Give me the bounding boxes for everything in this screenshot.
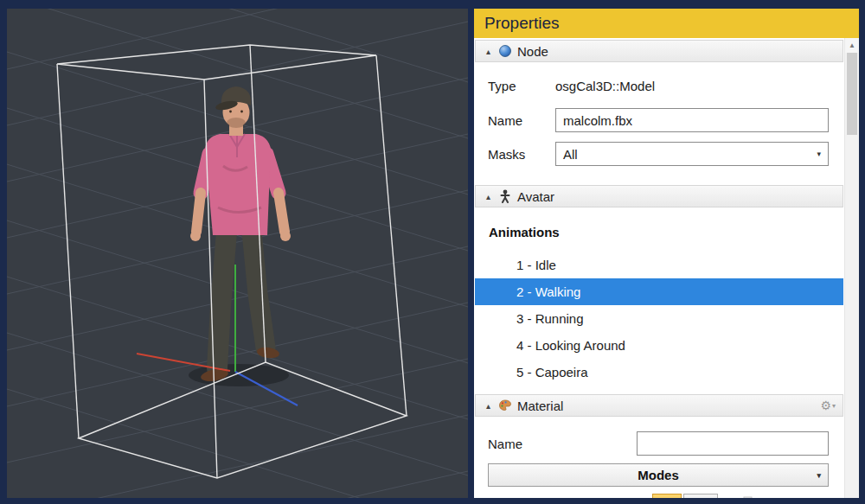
edit-icon bbox=[765, 495, 778, 498]
scene-svg bbox=[7, 9, 468, 498]
material-name-input[interactable] bbox=[637, 431, 829, 456]
masks-dropdown[interactable]: All ▾ bbox=[555, 142, 829, 166]
masks-row: Masks All ▾ bbox=[488, 141, 829, 167]
gear-glyph: ⚙ bbox=[820, 399, 831, 412]
chevron-down-icon: ▾ bbox=[832, 402, 836, 410]
animation-item[interactable]: 5 - Capoeira bbox=[475, 359, 843, 386]
cull-face-row: Cull Face On Off bbox=[488, 494, 829, 498]
collapse-arrow-icon: ▴ bbox=[484, 47, 493, 56]
cull-face-on-button[interactable]: On bbox=[652, 494, 682, 498]
material-name-label: Name bbox=[488, 437, 637, 451]
chevron-down-icon: ▾ bbox=[817, 471, 821, 480]
section-label: Avatar bbox=[517, 189, 554, 204]
gear-icon[interactable]: ⚙▾ bbox=[820, 399, 836, 413]
section-header-node[interactable]: ▴ Node bbox=[475, 40, 843, 62]
ground-grid bbox=[7, 9, 468, 498]
collapse-arrow-icon: ▴ bbox=[484, 401, 493, 411]
masks-label: Masks bbox=[488, 147, 555, 162]
animation-item[interactable]: 2 - Walking bbox=[475, 278, 843, 305]
panel-title: Properties bbox=[474, 9, 859, 38]
animations-list: 1 - Idle 2 - Walking 3 - Running 4 - Loo… bbox=[474, 252, 844, 386]
cull-face-label: Cull Face bbox=[488, 494, 652, 498]
modes-label: Modes bbox=[638, 468, 679, 482]
3d-viewport[interactable] bbox=[7, 9, 468, 498]
properties-panel: Properties ▴ Node bbox=[474, 9, 859, 498]
section-label: Material bbox=[517, 399, 563, 413]
name-row: Name bbox=[488, 107, 829, 133]
cull-face-off-button[interactable]: Off bbox=[683, 494, 718, 498]
node-icon bbox=[498, 44, 512, 58]
scroll-up-icon: ▲ bbox=[849, 41, 855, 49]
material-name-row: Name bbox=[488, 431, 829, 456]
animations-title: Animations bbox=[489, 225, 844, 239]
scrollbar-thumb[interactable] bbox=[847, 53, 857, 135]
name-input[interactable] bbox=[555, 108, 829, 132]
type-label: Type bbox=[488, 79, 555, 93]
panel-body: ▴ Node Type osgCal3D::Mode bbox=[474, 38, 859, 498]
avatar-icon bbox=[498, 189, 512, 203]
animation-item[interactable]: 3 - Running bbox=[475, 305, 843, 332]
animation-item[interactable]: 1 - Idle bbox=[475, 252, 843, 278]
scroll-up-button[interactable]: ▲ bbox=[845, 38, 859, 53]
type-value: osgCal3D::Model bbox=[555, 79, 655, 93]
panel-content: ▴ Node Type osgCal3D::Mode bbox=[474, 38, 844, 498]
material-palette-icon bbox=[498, 399, 512, 412]
masks-value: All bbox=[563, 147, 578, 162]
animation-item[interactable]: 4 - Looking Around bbox=[475, 332, 843, 359]
section-header-material[interactable]: ▴ Material ⚙▾ bbox=[475, 394, 843, 417]
modes-dropdown-button[interactable]: Modes ▾ bbox=[488, 463, 829, 487]
vertical-scrollbar[interactable]: ▲ bbox=[844, 38, 859, 498]
collapse-arrow-icon: ▴ bbox=[484, 192, 493, 201]
name-label: Name bbox=[488, 113, 555, 128]
copy-icon bbox=[742, 495, 756, 498]
disabled-actions bbox=[742, 494, 778, 498]
type-row: Type osgCal3D::Model bbox=[488, 74, 829, 97]
app-window: Properties ▴ Node bbox=[0, 0, 865, 504]
chevron-down-icon: ▾ bbox=[817, 150, 821, 158]
section-label: Node bbox=[517, 44, 548, 59]
node-fields: Type osgCal3D::Model Name Masks All ▾ bbox=[474, 62, 844, 178]
section-header-avatar[interactable]: ▴ Avatar bbox=[475, 185, 843, 207]
